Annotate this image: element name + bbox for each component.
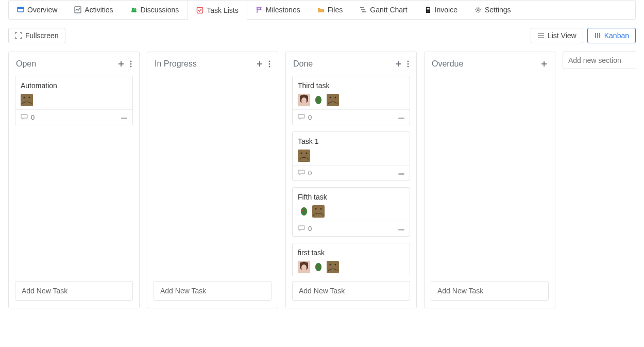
card-title: Fifth task — [298, 193, 404, 201]
tab-label: Milestones — [266, 6, 300, 14]
tab-files[interactable]: Files — [309, 1, 352, 19]
column-header: In Progress — [147, 52, 278, 76]
tab-invoice[interactable]: Invoice — [416, 1, 466, 19]
svg-point-23 — [130, 61, 132, 62]
comments-count: 0 — [308, 169, 312, 177]
column-body[interactable]: Automation 0 — [9, 76, 139, 276]
column-more-button[interactable] — [130, 60, 132, 68]
svg-rect-13 — [427, 11, 428, 11]
priority-icon — [398, 113, 404, 121]
task-card[interactable]: Automation 0 — [15, 76, 133, 125]
kanban-view-button[interactable]: Kanban — [587, 28, 636, 43]
card-avatars — [21, 94, 127, 106]
fullscreen-button[interactable]: Fullscreen — [8, 28, 65, 43]
avatar — [21, 94, 33, 106]
project-tabs: Overview Activities Discussions Task Lis… — [8, 0, 636, 20]
tab-label: Settings — [485, 6, 511, 14]
tab-settings[interactable]: Settings — [466, 1, 520, 19]
tab-activities[interactable]: Activities — [66, 1, 122, 19]
comments-icon — [298, 169, 305, 177]
card-title: Third task — [298, 81, 404, 90]
tab-label: Invoice — [435, 6, 457, 14]
column-actions — [540, 60, 548, 68]
add-task-button[interactable]: Add New Task — [154, 281, 272, 301]
tab-gantt-chart[interactable]: Gantt Chart — [351, 1, 416, 19]
tasklists-icon — [196, 7, 204, 14]
svg-rect-11 — [427, 8, 429, 9]
kanban-icon — [594, 32, 601, 39]
tab-label: Discussions — [141, 6, 179, 14]
card-footer: 0 — [293, 165, 410, 180]
tab-label: Task Lists — [207, 6, 238, 14]
comments-icon — [21, 113, 28, 122]
card-footer: 0 — [293, 109, 410, 125]
add-section-input[interactable] — [563, 52, 636, 69]
add-task-button[interactable]: Add New Task — [292, 281, 410, 301]
list-view-label: List View — [548, 31, 577, 40]
svg-point-41 — [301, 97, 307, 104]
add-task-label: Add New Task — [22, 287, 67, 295]
priority-icon — [398, 225, 404, 233]
svg-point-3 — [131, 8, 134, 10]
avatar — [312, 94, 325, 106]
svg-point-34 — [269, 66, 270, 68]
list-icon — [537, 32, 545, 39]
svg-rect-49 — [298, 150, 310, 162]
svg-point-4 — [134, 8, 137, 11]
svg-point-46 — [330, 97, 331, 98]
task-card[interactable]: Third task 0 — [292, 76, 410, 125]
svg-point-43 — [316, 98, 318, 100]
list-view-button[interactable]: List View — [531, 28, 583, 43]
svg-point-54 — [302, 210, 303, 211]
task-card[interactable]: first task 0 — [292, 243, 410, 276]
tab-discussions[interactable]: Discussions — [122, 1, 188, 19]
column-in-progress: In Progress Add New Task — [147, 52, 278, 308]
kanban-view-label: Kanban — [604, 31, 629, 40]
svg-rect-1 — [18, 7, 24, 9]
column-title: Overdue — [432, 59, 463, 69]
svg-point-50 — [301, 153, 302, 154]
column-more-button[interactable] — [268, 60, 270, 68]
avatar — [298, 205, 310, 218]
tab-label: Gantt Chart — [370, 6, 407, 14]
tab-task-lists[interactable]: Task Lists — [188, 1, 247, 20]
column-body[interactable] — [147, 76, 278, 276]
column-more-button[interactable] — [407, 60, 409, 68]
add-card-button[interactable] — [395, 60, 402, 68]
svg-point-61 — [301, 265, 307, 271]
avatar — [312, 205, 325, 218]
column-actions — [117, 60, 132, 68]
svg-rect-26 — [21, 94, 33, 106]
priority-icon — [398, 169, 404, 177]
card-avatars — [298, 205, 404, 218]
svg-point-66 — [330, 264, 331, 266]
card-footer: 0 — [15, 109, 132, 125]
add-card-button[interactable] — [256, 60, 263, 68]
column-title: In Progress — [155, 59, 197, 69]
column-body[interactable]: Third task 0 — [286, 76, 416, 276]
column-body[interactable] — [425, 76, 555, 276]
card-title: first task — [298, 249, 404, 257]
svg-point-51 — [306, 153, 308, 154]
tab-label: Files — [328, 6, 343, 14]
avatar — [327, 94, 339, 106]
svg-point-47 — [335, 97, 336, 98]
add-task-button[interactable]: Add New Task — [15, 281, 133, 301]
tab-milestones[interactable]: Milestones — [247, 1, 309, 19]
settings-icon — [474, 6, 482, 13]
avatar — [327, 261, 339, 273]
task-card[interactable]: Fifth task 0 — [292, 187, 410, 237]
discussions-icon — [130, 6, 138, 13]
svg-rect-59 — [398, 229, 404, 230]
fullscreen-icon — [15, 32, 22, 39]
card-footer: 0 — [293, 221, 410, 236]
card-avatars — [298, 150, 404, 162]
add-card-button[interactable] — [540, 60, 548, 68]
add-card-button[interactable] — [117, 60, 125, 68]
toolbar: Fullscreen List View — [8, 28, 636, 43]
task-card[interactable]: Task 1 0 — [292, 131, 410, 181]
tab-overview[interactable]: Overview — [9, 1, 66, 19]
kanban-board: Open Automation — [8, 52, 636, 308]
view-toggle: List View Kanban — [531, 28, 636, 43]
add-task-button[interactable]: Add New Task — [431, 281, 549, 301]
